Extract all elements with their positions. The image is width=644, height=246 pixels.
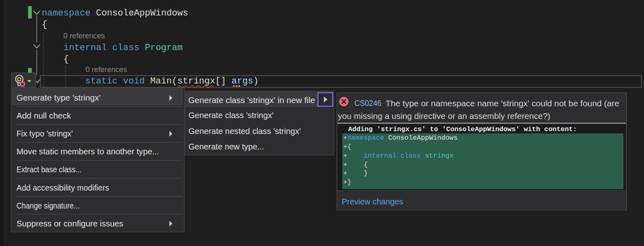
svg-text:Generate class 'stringx' in ne: Generate class 'stringx' in new file bbox=[188, 95, 315, 105]
svg-text:0 references: 0 references bbox=[86, 65, 127, 74]
svg-text:+{: +{ bbox=[343, 143, 352, 151]
svg-text:Generate new type...: Generate new type... bbox=[188, 142, 264, 151]
svg-text:namespace ConsoleAppWindows: namespace ConsoleAppWindows bbox=[42, 8, 188, 18]
svg-text:Add accessibility modifiers: Add accessibility modifiers bbox=[17, 183, 109, 192]
svg-text:internal class Program: internal class Program bbox=[64, 43, 183, 53]
svg-text:Adding 'stringx.cs' to 'Consol: Adding 'stringx.cs' to 'ConsoleAppWindow… bbox=[348, 125, 577, 133]
svg-text:Generate type 'stringx': Generate type 'stringx' bbox=[17, 93, 101, 102]
svg-text:Move static members to another: Move static members to another type... bbox=[17, 147, 159, 156]
svg-text:Add null check: Add null check bbox=[17, 111, 71, 120]
svg-text:0 references: 0 references bbox=[63, 31, 105, 40]
svg-text:Fix typo 'stringx': Fix typo 'stringx' bbox=[17, 129, 73, 138]
svg-text:+namespace ConsoleAppWindows: +namespace ConsoleAppWindows bbox=[343, 134, 458, 142]
svg-text:you missing a using directive: you missing a using directive or an asse… bbox=[338, 111, 551, 121]
svg-text:Extract base class...: Extract base class... bbox=[17, 165, 82, 174]
svg-text:+}: +} bbox=[343, 178, 352, 186]
svg-text:Preview changes: Preview changes bbox=[342, 197, 403, 206]
svg-text:Change signature...: Change signature... bbox=[17, 201, 80, 210]
svg-text:{: { bbox=[64, 54, 69, 64]
svg-text:static void Main(stringx[] arg: static void Main(stringx[] args) bbox=[85, 76, 259, 86]
svg-text:Suppress or configure issues: Suppress or configure issues bbox=[17, 219, 124, 228]
svg-text:CS0246: CS0246 bbox=[354, 99, 381, 108]
svg-text:+ internal class stringx: + internal class stringx bbox=[343, 152, 454, 160]
svg-text:+ }: + } bbox=[343, 169, 368, 177]
svg-text:Generate nested class 'stringx: Generate nested class 'stringx' bbox=[188, 126, 301, 136]
svg-text:+ {: + { bbox=[343, 161, 368, 169]
svg-text:The type or namespace name 'st: The type or namespace name 'stringx' cou… bbox=[385, 99, 619, 108]
svg-text:Generate class 'stringx': Generate class 'stringx' bbox=[188, 110, 274, 120]
svg-text:{: { bbox=[42, 20, 47, 30]
